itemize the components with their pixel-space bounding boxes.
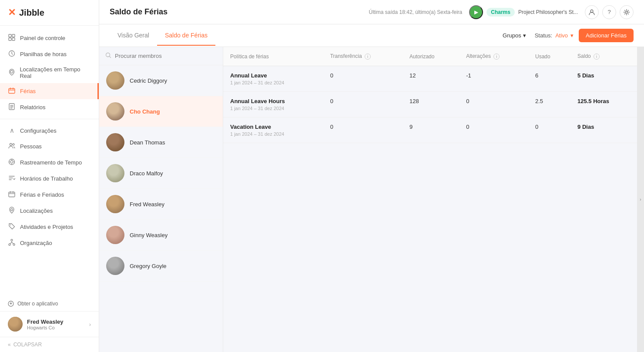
- sidebar-item-horarios-label: Horários de Trabalho: [20, 175, 73, 182]
- sidebar-item-localizacoes-label: Localizações: [20, 208, 53, 214]
- sidebar-item-localizacoes[interactable]: Localizações: [0, 203, 99, 219]
- policy-dates-2: 1 jan 2024 – 31 dez 2024: [230, 131, 316, 137]
- schedule-icon: [8, 174, 16, 183]
- sidebar-item-rastreamento[interactable]: Rastreamento de Tempo: [0, 154, 99, 171]
- panel-collapse-handle[interactable]: ›: [637, 47, 644, 352]
- sidebar-item-relatorios[interactable]: Relatórios: [0, 99, 99, 115]
- main-content: Saldo de Férias Última saída 18:42, últi…: [99, 0, 644, 352]
- autorizado-cell-0: 12: [402, 66, 459, 92]
- member-item-gregory[interactable]: Gregory Goyle: [99, 251, 223, 282]
- people-icon: [8, 142, 16, 151]
- timer-section: ▶ Charms Project Philosopher's St...: [469, 5, 578, 19]
- help-icon: ?: [607, 9, 610, 15]
- sidebar: ✕ Jibble Painel de controle Planilhas de…: [0, 0, 99, 352]
- svg-point-21: [106, 53, 110, 57]
- alteracoes-info-icon[interactable]: i: [493, 54, 500, 60]
- usado-cell-1: 2.5: [528, 92, 570, 117]
- sidebar-nav: Painel de controle Planilhas de horas Lo…: [0, 26, 99, 297]
- user-profile[interactable]: Fred Weasley Hogwarts Co ›: [0, 311, 99, 337]
- project-name-text: Project Philosopher's St...: [518, 9, 578, 15]
- member-item-dean[interactable]: Dean Thomas: [99, 127, 223, 158]
- data-panel: Política de férias Transferência i Autor…: [223, 47, 637, 352]
- saldo-value-2: 9 Dias: [577, 124, 594, 130]
- tag-icon: [8, 223, 16, 231]
- sidebar-item-organizacao[interactable]: Organização: [0, 235, 99, 251]
- saldo-cell-0: 5 Dias: [570, 66, 637, 92]
- sidebar-item-pessoas-label: Pessoas: [20, 143, 42, 150]
- member-item-ginny[interactable]: Ginny Weasley: [99, 220, 223, 251]
- sidebar-item-horarios[interactable]: Horários de Trabalho: [0, 171, 99, 187]
- member-item-cho[interactable]: Cho Chang: [99, 96, 223, 127]
- logo[interactable]: ✕ Jibble: [0, 0, 99, 26]
- groups-label: Grupos: [503, 32, 521, 39]
- saldo-info-icon[interactable]: i: [594, 54, 600, 60]
- col-policy: Política de férias: [223, 47, 323, 66]
- sidebar-item-ferias-feriados[interactable]: Férias e Feriados: [0, 187, 99, 203]
- search-input[interactable]: [115, 53, 217, 59]
- user-info: Fred Weasley Hogwarts Co: [27, 318, 85, 330]
- logo-icon: ✕: [8, 7, 16, 18]
- help-button[interactable]: ?: [602, 5, 616, 19]
- split-layout: Cedric Diggory Cho Chang Dean Thomas: [99, 47, 644, 352]
- svg-rect-3: [12, 38, 15, 40]
- sidebar-item-configuracoes[interactable]: ∧ Configurações: [0, 123, 99, 138]
- sidebar-item-ferias-feriados-label: Férias e Feriados: [20, 191, 64, 198]
- collapse-arrows-icon: «: [8, 342, 11, 348]
- tab-bar: Visão Geral Saldo de Férias Grupos ▾ Sta…: [99, 24, 644, 47]
- table-row: Annual Leave 1 jan 2024 – 31 dez 2024 0 …: [223, 66, 637, 92]
- collapse-button[interactable]: « COLAPSAR: [0, 337, 99, 352]
- get-app-button[interactable]: Obter o aplicativo: [0, 297, 99, 311]
- groups-dropdown[interactable]: Grupos ▾: [499, 30, 530, 41]
- sidebar-item-pessoas[interactable]: Pessoas: [0, 138, 99, 154]
- transferencia-info-icon[interactable]: i: [365, 54, 371, 60]
- add-ferias-button[interactable]: Adicionar Férias: [579, 29, 634, 42]
- members-panel: Cedric Diggory Cho Chang Dean Thomas: [99, 47, 223, 352]
- sidebar-item-ferias[interactable]: Férias: [0, 83, 99, 99]
- member-item-fred[interactable]: Fred Weasley: [99, 189, 223, 220]
- tab-visao-geral[interactable]: Visão Geral: [110, 26, 157, 46]
- member-name-cho: Cho Chang: [130, 108, 160, 115]
- sidebar-item-painel[interactable]: Painel de controle: [0, 30, 99, 46]
- alteracoes-cell-0: -1: [459, 66, 528, 92]
- sidebar-item-painel-label: Painel de controle: [20, 35, 65, 41]
- user-avatar: [8, 317, 23, 332]
- saldo-cell-1: 125.5 Horas: [570, 92, 637, 117]
- member-item-draco[interactable]: Draco Malfoy: [99, 158, 223, 189]
- top-header: Saldo de Férias Última saída 18:42, últi…: [99, 0, 644, 24]
- svg-point-11: [10, 161, 13, 163]
- sidebar-item-rastreamento-label: Rastreamento de Tempo: [20, 159, 82, 166]
- settings-button[interactable]: [620, 5, 634, 19]
- svg-rect-0: [9, 34, 11, 37]
- profile-arrow-icon[interactable]: ›: [89, 321, 91, 328]
- avatar-ginny: [106, 226, 124, 244]
- status-chevron-icon: ▾: [570, 32, 574, 39]
- user-profile-button[interactable]: [585, 5, 599, 19]
- member-name-cedric: Cedric Diggory: [130, 77, 167, 84]
- play-button[interactable]: ▶: [469, 5, 483, 19]
- sidebar-item-atividades[interactable]: Atividades e Projetos: [0, 219, 99, 235]
- sidebar-item-planilhas[interactable]: Planilhas de horas: [0, 46, 99, 62]
- tab-saldo-ferias[interactable]: Saldo de Férias: [157, 26, 215, 46]
- member-name-fred: Fred Weasley: [130, 201, 164, 208]
- svg-point-13: [11, 209, 13, 211]
- usado-cell-2: 0: [528, 117, 570, 143]
- table-row: Vacation Leave 1 jan 2024 – 31 dez 2024 …: [223, 117, 637, 143]
- col-usado: Usado: [528, 47, 570, 66]
- avatar-cedric: [106, 71, 124, 90]
- member-item-cedric[interactable]: Cedric Diggory: [99, 65, 223, 96]
- svg-point-9: [13, 144, 14, 145]
- sidebar-item-organizacao-label: Organização: [20, 240, 52, 246]
- usado-cell-0: 6: [528, 66, 570, 92]
- sidebar-item-configuracoes-label: Configurações: [20, 127, 57, 134]
- status-dropdown[interactable]: Status: Ativo ▾: [535, 32, 574, 39]
- svg-rect-6: [9, 89, 15, 94]
- sidebar-item-localizacoes-tempo[interactable]: Localizações em Tempo Real: [0, 62, 99, 83]
- policy-cell-2: Vacation Leave 1 jan 2024 – 31 dez 2024: [223, 117, 323, 143]
- handle-chevron-icon: ›: [640, 197, 641, 202]
- member-name-dean: Dean Thomas: [130, 139, 165, 146]
- svg-point-20: [626, 11, 628, 13]
- svg-point-17: [13, 244, 15, 245]
- alteracoes-cell-2: 0: [459, 117, 528, 143]
- sidebar-item-planilhas-label: Planilhas de horas: [20, 51, 67, 57]
- chevron-up-icon: ∧: [8, 127, 16, 134]
